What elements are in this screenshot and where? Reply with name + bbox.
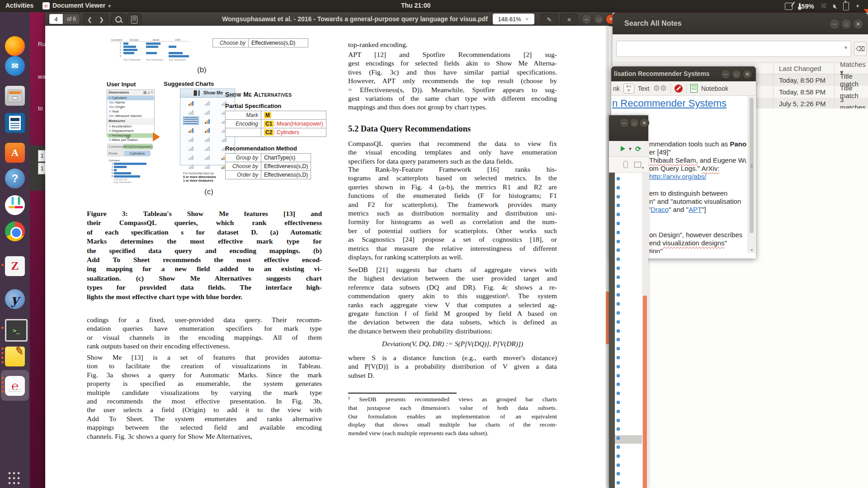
note-scrollbar[interactable]: ▲ ▼ xyxy=(748,96,755,253)
chevron-down-icon[interactable]: ▼ xyxy=(844,45,848,50)
bullet-icon[interactable] xyxy=(617,311,620,314)
dock-item-file-cabinet[interactable] xyxy=(5,86,25,106)
annotation-button[interactable]: ✎ xyxy=(541,14,558,25)
bullet-icon[interactable] xyxy=(617,427,620,431)
bullet-icon[interactable] xyxy=(617,356,620,359)
bullet-icon[interactable] xyxy=(617,258,620,261)
sidebar-toggle-button[interactable] xyxy=(127,14,142,25)
clock[interactable]: Thu 21:00 xyxy=(401,2,430,9)
bullet-icon[interactable] xyxy=(617,267,620,270)
bullet-icon[interactable] xyxy=(617,338,620,341)
notebook-button[interactable]: Notebook xyxy=(701,85,728,92)
page-number-entry[interactable]: 4 of 6 xyxy=(49,14,80,24)
minimize-button[interactable]: ─ xyxy=(619,118,629,128)
bullet-icon[interactable] xyxy=(617,472,620,475)
app-menu[interactable]: ℮Document Viewer ▼ xyxy=(42,2,112,9)
previous-page-button[interactable]: ❮ xyxy=(83,14,96,25)
bullet-icon[interactable] xyxy=(617,464,620,467)
chart-type-icon[interactable] xyxy=(200,99,216,107)
bullet-icon[interactable] xyxy=(617,401,620,404)
chart-type-icon[interactable] xyxy=(183,153,199,161)
dock-item-terminal[interactable]: >_ xyxy=(5,319,25,339)
search-input[interactable]: ▼ xyxy=(616,41,851,57)
bullet-icon[interactable] xyxy=(617,374,620,377)
scrollbar-thumb-orange[interactable] xyxy=(643,296,647,488)
dock-item-ubuntu-software[interactable]: A xyxy=(5,143,25,163)
chart-type-icon[interactable] xyxy=(183,162,199,170)
maximize-button[interactable]: □ xyxy=(594,14,604,24)
bullet-icon[interactable] xyxy=(617,177,620,180)
no-entry-icon[interactable] xyxy=(675,84,683,93)
bullet-icon[interactable] xyxy=(617,231,620,234)
chart-type-icon[interactable] xyxy=(183,126,199,134)
bullet-icon[interactable] xyxy=(617,419,620,422)
chart-type-icon[interactable] xyxy=(200,153,216,161)
bullet-icon[interactable] xyxy=(617,455,620,458)
page-current-input[interactable]: 4 xyxy=(49,14,63,24)
column-last-changed[interactable]: Last Changed xyxy=(773,63,834,74)
note-link[interactable]: http://arxiv.org/abs/ xyxy=(649,173,706,180)
dock-item-y-graph-app[interactable]: y xyxy=(5,289,25,309)
bullet-icon[interactable] xyxy=(617,204,620,207)
minimize-button[interactable]: ─ xyxy=(829,19,840,29)
bullet-icon[interactable] xyxy=(617,481,620,484)
bullet-icon[interactable] xyxy=(617,383,620,386)
maximize-button[interactable]: □ xyxy=(731,69,741,79)
chart-type-icon[interactable] xyxy=(200,162,216,170)
note-scrollbar-thumb[interactable] xyxy=(750,98,754,233)
bullet-icon[interactable] xyxy=(617,392,620,395)
dock-item-show-applications[interactable]: ●●●●●●●●● xyxy=(5,468,25,488)
bullet-icon[interactable] xyxy=(617,222,620,225)
note-link[interactable]: Draco xyxy=(651,206,669,213)
maximize-button[interactable]: □ xyxy=(629,118,639,128)
bullet-icon[interactable] xyxy=(617,240,620,243)
link-button-label[interactable]: nk xyxy=(613,85,620,92)
chart-type-icon[interactable] xyxy=(183,108,199,116)
gear-icon[interactable]: ⚙⚙ xyxy=(653,84,666,93)
shelf-pill[interactable]: AVG(Horsepower) xyxy=(123,144,153,150)
text-format-icon[interactable]: a cb xyxy=(623,84,634,94)
evince-scrollbar[interactable] xyxy=(606,26,609,488)
activities-button[interactable]: Activities xyxy=(5,2,33,9)
bullet-icon[interactable] xyxy=(617,293,620,296)
bullet-icon[interactable] xyxy=(617,329,620,333)
text-button[interactable]: Text xyxy=(638,85,650,92)
dock-item-evince[interactable]: ℮ xyxy=(5,376,25,396)
field-item[interactable]: #Horsepower xyxy=(107,133,154,138)
field-item[interactable]: #Cylinders xyxy=(107,96,154,100)
bullet-icon[interactable] xyxy=(617,446,620,449)
chevron-down-icon[interactable]: ▼ xyxy=(628,146,632,151)
search-button[interactable] xyxy=(111,14,126,25)
bullet-icon[interactable] xyxy=(617,410,620,413)
chart-type-icon[interactable] xyxy=(183,99,199,107)
bullet-icon[interactable] xyxy=(617,285,620,288)
dock-item-firefox[interactable] xyxy=(5,36,25,56)
field-item[interactable]: #Miles per Gallon xyxy=(107,138,154,142)
scroll-down-icon[interactable]: ▼ xyxy=(750,248,754,252)
background-window-titlebar[interactable]: ─ □ ✕ xyxy=(609,115,648,141)
chart-type-icon[interactable] xyxy=(200,108,216,116)
bullet-icon[interactable] xyxy=(617,320,620,324)
chart-type-icon[interactable] xyxy=(183,135,199,143)
field-item[interactable]: #Acceleration xyxy=(107,124,154,129)
chart-type-icon[interactable] xyxy=(200,135,216,143)
chart-type-icon[interactable] xyxy=(200,117,216,125)
background-window-scrollbar[interactable] xyxy=(642,173,648,488)
bullet-icon[interactable] xyxy=(617,276,620,279)
close-button[interactable]: ✕ xyxy=(742,69,752,79)
evince-scrollbar-thumb[interactable] xyxy=(606,291,609,344)
dock-item-thunderbird[interactable]: ✉ xyxy=(5,56,25,76)
bullet-icon[interactable] xyxy=(617,186,620,189)
status-area[interactable]: 59% ✖ 🔇︎ ▼ xyxy=(785,0,860,12)
bullet-icon[interactable] xyxy=(617,347,620,350)
field-item[interactable]: #Year xyxy=(107,109,154,114)
bullet-icon[interactable] xyxy=(617,213,620,216)
bullet-icon[interactable] xyxy=(617,249,620,252)
close-button[interactable]: ✕ xyxy=(853,19,863,29)
next-page-button[interactable]: ❯ xyxy=(95,14,108,25)
dock-item-zotero[interactable]: Z xyxy=(5,256,25,276)
search-window-titlebar[interactable]: Search All Notes ─ □ ✕ xyxy=(613,13,868,34)
bullet-icon[interactable] xyxy=(617,302,620,305)
note-link[interactable]: APT xyxy=(689,206,702,213)
menu-button[interactable]: ≡ xyxy=(561,14,578,25)
